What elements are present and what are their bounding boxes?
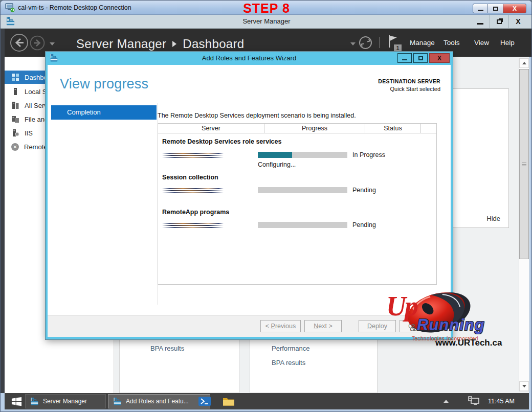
performance-link[interactable]: Performance [272, 345, 309, 352]
progress-table-header: Server Progress Status [158, 124, 436, 133]
column-empty [421, 124, 436, 133]
notification-flyout-panel: Hide [449, 88, 509, 228]
bpa-results-link[interactable]: BPA results [150, 345, 184, 352]
taskbar-powershell-button[interactable] [194, 394, 215, 408]
redacted-server-name [162, 223, 224, 228]
window-left-edge [1, 29, 5, 393]
progress-bar [258, 152, 347, 158]
remote-desktop-services-icon: ✕ [11, 143, 19, 151]
wizard-title: Add Roles and Features Wizard [46, 54, 453, 62]
progress-bar [258, 222, 347, 228]
notification-count-badge[interactable]: 1 [394, 44, 402, 52]
taskbar: Server Manager Add Roles and Featu... [5, 393, 529, 409]
wizard-body: View progress DESTINATION SERVER Quick S… [48, 65, 451, 315]
column-status: Status [365, 124, 421, 133]
all-servers-icon [11, 101, 19, 109]
taskbar-button-label: Add Roles and Featu... [126, 398, 189, 405]
rdp-session-screen: cal-vm-ts - Remote Desktop Connection ST… [0, 0, 532, 412]
next-button[interactable]: Next > [304, 320, 342, 332]
destination-server-value: Quick Start selected [378, 86, 440, 92]
rdp-close-button[interactable]: X [503, 4, 526, 13]
redacted-server-name [162, 188, 224, 193]
column-progress: Progress [264, 124, 365, 133]
windows-logo-icon [11, 396, 23, 407]
header-divider [379, 37, 380, 48]
wizard-window-controls: X [397, 53, 450, 63]
scrollbar-thumb[interactable] [519, 69, 529, 259]
sidebar-item-label: IIS [25, 129, 33, 137]
destination-server-label: DESTINATION SERVER [378, 78, 440, 84]
wizard-maximize-button[interactable] [413, 53, 428, 63]
wizard-titlebar: Add Roles and Features Wizard X [46, 52, 453, 65]
taskbar-button-label: Server Manager [43, 398, 87, 405]
step-annotation: STEP 8 [1, 1, 532, 16]
breadcrumb-separator-icon [172, 41, 176, 47]
menu-help[interactable]: Help [500, 39, 515, 47]
progress-bar [258, 187, 347, 193]
previous-button[interactable]: < Previous [260, 320, 301, 332]
status-text: Pending [352, 187, 376, 194]
history-dropdown-icon[interactable] [50, 42, 55, 45]
bpa-results-link[interactable]: BPA results [272, 359, 305, 367]
rdp-minimize-button[interactable] [473, 4, 488, 13]
iis-icon [11, 129, 19, 137]
tray-show-hidden-icon[interactable] [444, 400, 449, 403]
progress-bar-fill [258, 152, 292, 158]
group-name: RemoteApp programs [162, 209, 229, 216]
scrollbar-down-icon[interactable] [519, 381, 529, 391]
deploy-button[interactable]: Deploy [359, 320, 396, 332]
rdp-window-controls: X [473, 4, 526, 13]
progress-detail: Configuring... [258, 161, 296, 168]
wizard-intro-text: The Remote Desktop Services deployment s… [158, 112, 437, 119]
taskbar-button-server-manager[interactable]: Server Manager [25, 394, 106, 408]
wizard-footer: < Previous Next > Deploy Cancel [48, 315, 451, 337]
redacted-server-name [162, 153, 224, 158]
menu-view[interactable]: View [474, 39, 489, 47]
wizard-minimize-button[interactable] [397, 53, 412, 63]
dashboard-tile-left: BPA results [119, 339, 239, 393]
wizard-heading: View progress [60, 76, 148, 92]
wizard-content: The Remote Desktop Services deployment s… [158, 112, 437, 285]
hide-link[interactable]: Hide [486, 215, 500, 222]
dashboard-tile-right: Performance BPA results [250, 339, 378, 393]
rdp-bottom-border [1, 409, 532, 412]
refresh-dropdown-icon[interactable] [350, 42, 356, 45]
status-text: In Progress [352, 151, 385, 158]
breadcrumb: Server Manager Dashboard [76, 37, 244, 51]
column-server: Server [158, 124, 264, 133]
wizard-toolbox-icon [113, 397, 122, 406]
back-icon[interactable] [10, 33, 29, 52]
add-roles-features-wizard: Add Roles and Features Wizard X View pro… [46, 52, 453, 339]
wizard-close-button[interactable]: X [429, 53, 450, 63]
group-name: Session collection [162, 174, 218, 181]
sm-restore-button[interactable] [490, 15, 508, 28]
menu-manage[interactable]: Manage [410, 39, 435, 47]
powershell-icon [198, 396, 211, 406]
taskbar-explorer-button[interactable] [218, 394, 239, 408]
forward-icon[interactable] [30, 35, 45, 51]
refresh-icon[interactable] [359, 36, 372, 50]
cancel-button[interactable]: Cancel [400, 320, 437, 332]
file-storage-icon [11, 115, 19, 123]
scrollbar-up-icon[interactable] [519, 58, 529, 68]
sm-minimize-button[interactable] [471, 15, 490, 28]
breadcrumb-root[interactable]: Server Manager [76, 37, 166, 51]
menu-tools[interactable]: Tools [444, 39, 460, 47]
local-server-icon [11, 87, 19, 96]
server-manager-icon [30, 397, 39, 406]
server-manager-window-controls: X [471, 15, 527, 28]
status-text: Pending [352, 221, 376, 228]
folder-icon [223, 397, 235, 406]
rdp-restore-button[interactable] [488, 4, 503, 13]
server-manager-window-title: Server Manager [1, 17, 532, 25]
main-scrollbar[interactable] [519, 58, 529, 392]
group-name: Remote Desktop Services role services [162, 138, 281, 145]
sm-close-button[interactable]: X [508, 15, 527, 28]
network-status-icon[interactable] [468, 396, 481, 406]
dashboard-grid-icon [11, 73, 19, 81]
taskbar-clock[interactable]: 11:45 AM [488, 398, 515, 405]
progress-table: Server Progress Status Remote Desktop Se… [158, 123, 437, 285]
wizard-nav-completion[interactable]: Completion [51, 105, 157, 120]
destination-server-block: DESTINATION SERVER Quick Start selected [378, 78, 440, 92]
breadcrumb-current: Dashboard [183, 37, 244, 51]
